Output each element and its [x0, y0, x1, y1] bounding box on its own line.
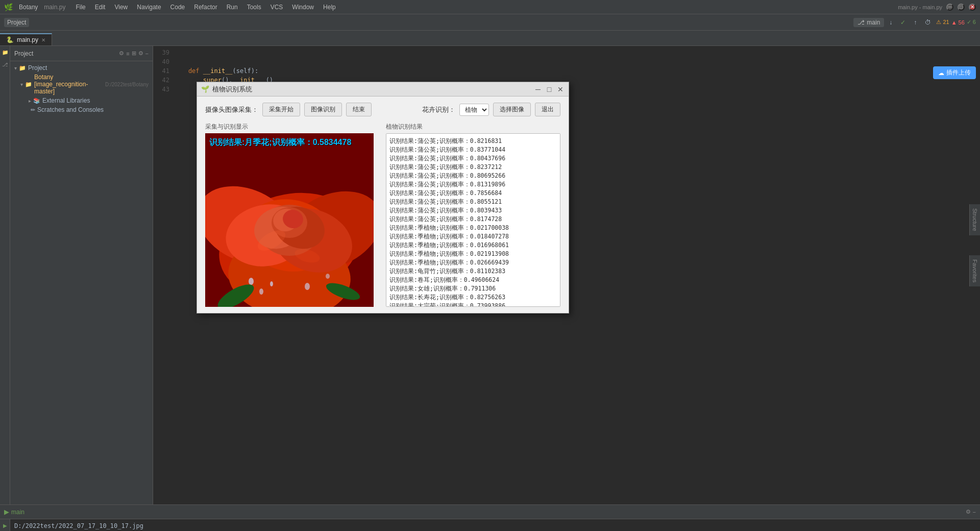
- structure-tab[interactable]: Structure: [969, 204, 980, 235]
- project-icon[interactable]: 📁: [1, 48, 9, 56]
- result-line: 识别结果:蒲公英;识别概率：0.8174728: [389, 215, 557, 224]
- svg-point-15: [259, 288, 263, 295]
- image-recognize-btn[interactable]: 图像识别: [304, 103, 342, 116]
- start-capture-btn[interactable]: 采集开始: [262, 103, 300, 116]
- stop-btn[interactable]: 结束: [346, 103, 372, 116]
- plant-type-select[interactable]: 植物: [459, 104, 489, 116]
- panel-split-btn[interactable]: ⊞: [132, 50, 136, 57]
- tree-path-botany: D:/2022test/Botany: [105, 82, 149, 87]
- tree-label-scratches: Scratches and Consoles: [37, 106, 104, 113]
- menu-edit[interactable]: Edit: [91, 3, 110, 12]
- dialog-title-text: 植物识别系统: [212, 85, 252, 94]
- app-name: Botany: [19, 4, 38, 11]
- close-button[interactable]: ✕: [969, 4, 976, 11]
- result-label: 植物识别结果: [386, 123, 560, 131]
- dialog-title-bar: 🌱 植物识别系统 ─ □ ✕: [197, 82, 569, 96]
- result-line: 识别结果:季植物;识别概率：0.021700038: [389, 224, 557, 232]
- result-line: 识别结果:蒲公英;识别概率：0.8039433: [389, 206, 557, 215]
- run-output: D:/2022test/2022_07_17_10_10_17.jpg正在读取图…: [10, 519, 980, 531]
- project-dropdown[interactable]: Project: [4, 18, 29, 27]
- dialog-body: 摄像头图像采集： 采集开始 图像识别 结束 花卉识别： 植物 选择图像 退出 采…: [197, 96, 569, 313]
- vcs-icon[interactable]: ⎇: [1, 60, 9, 68]
- dialog-title: 🌱 植物识别系统: [201, 85, 252, 94]
- rose-image: [205, 133, 374, 307]
- minimize-button[interactable]: ─: [946, 4, 953, 11]
- menu-vcs[interactable]: VCS: [266, 3, 287, 12]
- menu-file[interactable]: File: [71, 3, 89, 12]
- tree-item-scratches[interactable]: ✏ Scratches and Consoles: [10, 105, 153, 114]
- dialog-maximize-btn[interactable]: □: [545, 85, 553, 93]
- menu-tools[interactable]: Tools: [243, 3, 265, 12]
- title-bar: 🌿 Botany main.py File Edit View Navigate…: [0, 0, 980, 14]
- dialog-minimize-btn[interactable]: ─: [534, 85, 542, 93]
- tab-icon: 🐍: [6, 36, 14, 43]
- title-bar-left: 🌿 Botany main.py File Edit View Navigate…: [4, 3, 340, 12]
- camera-label: 摄像头图像采集：: [205, 105, 258, 114]
- tree-label-project: Project: [28, 64, 47, 71]
- arrow-icon-external: ▸: [29, 98, 31, 104]
- select-image-btn[interactable]: 选择图像: [493, 103, 531, 116]
- svg-point-17: [326, 274, 330, 279]
- result-line: 识别结果:长寿花;识别概率：0.82756263: [389, 293, 557, 302]
- result-line: 识别结果:蒲公英;识别概率：0.80437696: [389, 154, 557, 163]
- menu-run[interactable]: Run: [223, 3, 242, 12]
- menu-code[interactable]: Code: [166, 3, 189, 12]
- dialog-window-buttons: ─ □ ✕: [534, 85, 565, 93]
- plant-recognition-dialog: 🌱 植物识别系统 ─ □ ✕ 摄像头图像采集： 采集开始 图像识别 结束 花卉识…: [197, 82, 569, 313]
- update-button[interactable]: ↓: [886, 17, 895, 28]
- result-line: 识别结果:卷耳;识别概率：0.49606624: [389, 276, 557, 284]
- menu-refactor[interactable]: Refactor: [190, 3, 221, 12]
- tree-item-botany[interactable]: ▾ 📁 Botany [image_recognition-master] D:…: [10, 73, 153, 96]
- menu-view[interactable]: View: [110, 3, 132, 12]
- maximize-button[interactable]: □: [958, 4, 965, 11]
- line-numbers: 39 40 41 42 43: [153, 48, 174, 502]
- panel-close-btn[interactable]: −: [145, 50, 149, 57]
- tree-item-external[interactable]: ▸ 📚 External Libraries: [10, 96, 153, 105]
- panel-actions: ⚙ ≡ ⊞ ⚙ −: [119, 50, 149, 57]
- result-line: 识别结果:季植物;识别概率：0.018407278: [389, 232, 557, 241]
- collect-label: 采集与识别显示: [205, 123, 380, 131]
- dialog-toolbar: 摄像头图像采集： 采集开始 图像识别 结束 花卉识别： 植物 选择图像 退出: [205, 103, 560, 116]
- arrow-icon: ▾: [14, 65, 17, 71]
- project-tree: ▾ 📁 Project ▾ 📁 Botany [image_recognitio…: [10, 61, 153, 504]
- ok-badge[interactable]: ✓ 6: [967, 19, 976, 26]
- push-button[interactable]: ↑: [911, 17, 920, 28]
- quit-btn[interactable]: 退出: [535, 103, 560, 116]
- result-line: 识别结果:龟背竹;识别概率：0.81102383: [389, 267, 557, 276]
- menu-help[interactable]: Help: [319, 3, 340, 12]
- path-display: main.py - main.py: [898, 4, 942, 10]
- run-settings-btn[interactable]: ⚙: [966, 509, 971, 515]
- tab-bar: 🐍 main.py ✕: [0, 31, 980, 46]
- result-line: 识别结果:蒲公英;识别概率：0.83771044: [389, 146, 557, 154]
- favorites-tab[interactable]: Favorites: [969, 255, 980, 286]
- dialog-icon: 🌱: [201, 85, 209, 93]
- warning-badge[interactable]: ⚠ 21: [936, 19, 949, 26]
- cloud-icon: ☁: [938, 69, 944, 77]
- tab-close-icon[interactable]: ✕: [41, 37, 45, 43]
- run-minimize-btn[interactable]: −: [973, 509, 976, 515]
- left-sidebar-icons: 📁 ⎇: [0, 46, 10, 504]
- status-badges: ⚠ 21 ▲ 56 ✓ 6: [936, 19, 976, 26]
- menu-navigate[interactable]: Navigate: [133, 3, 165, 12]
- panel-settings-btn[interactable]: ⚙: [119, 50, 124, 57]
- run-play-btn[interactable]: ▶: [1, 521, 9, 529]
- run-panel: ▶ main ⚙ − ▶ ■ ↺ ↓ ⊟ 🖨 🗑 D:/2022test/202…: [0, 504, 980, 531]
- cloud-upload-button[interactable]: ☁ 插件上传: [933, 66, 976, 79]
- commit-button[interactable]: ✓: [897, 17, 909, 28]
- tree-item-project[interactable]: ▾ 📁 Project: [10, 63, 153, 73]
- dialog-close-btn[interactable]: ✕: [556, 85, 565, 93]
- run-left-buttons: ▶ ■ ↺ ↓ ⊟ 🖨 🗑: [0, 519, 10, 531]
- panel-layout-btn[interactable]: ≡: [126, 50, 129, 57]
- error-badge[interactable]: ▲ 56: [951, 19, 965, 26]
- result-line: 识别结果:蒲公英;识别概率：0.80695266: [389, 172, 557, 180]
- image-overlay-text: 识别结果:月季花;识别概率：0.5834478: [209, 137, 351, 148]
- branch-selector[interactable]: ⎇ main: [853, 18, 884, 27]
- tab-main-py[interactable]: 🐍 main.py ✕: [0, 33, 52, 45]
- result-line: 识别结果:大宗菊;识别概率：0.73993886: [389, 302, 557, 307]
- folder-icon-botany: 📁: [25, 81, 32, 88]
- menu-window[interactable]: Window: [288, 3, 318, 12]
- panel-gear-btn[interactable]: ⚙: [138, 50, 143, 57]
- title-bar-right: main.py - main.py ─ □ ✕: [898, 4, 976, 11]
- history-button[interactable]: ⏱: [922, 17, 934, 28]
- run-icon[interactable]: ▶: [4, 508, 9, 516]
